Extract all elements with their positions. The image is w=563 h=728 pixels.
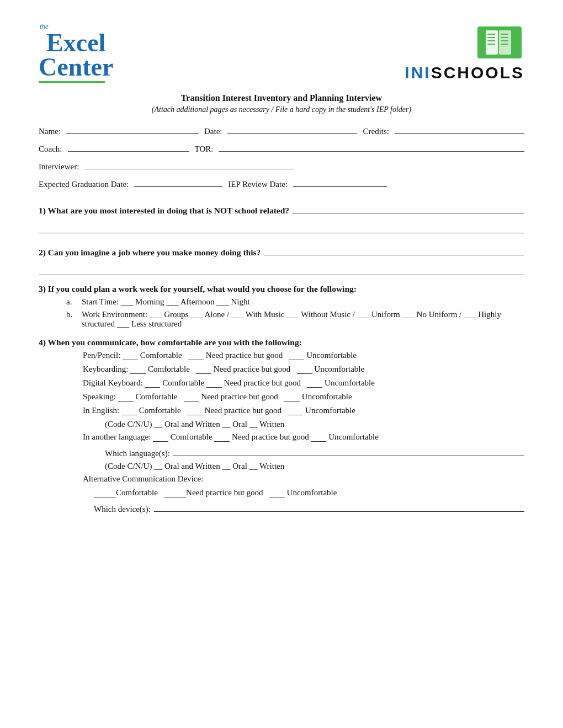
english-blank[interactable] bbox=[121, 406, 137, 415]
date-label: Date: bbox=[204, 127, 222, 136]
ini-schools-icon bbox=[475, 24, 524, 62]
digital-blank[interactable] bbox=[145, 379, 160, 388]
comfort-row-english: In English: Comfortable Need practice bu… bbox=[39, 406, 524, 415]
comfort-row-keyboard: Keyboarding: Comfortable Need practice b… bbox=[39, 365, 524, 374]
svg-rect-3 bbox=[487, 34, 495, 35]
q1-answer-line2[interactable] bbox=[39, 221, 524, 233]
alt-device-options-row: Comfortable Need practice but good Uncom… bbox=[39, 488, 524, 497]
another-lang-label: In another language: Comfortable Need pr… bbox=[83, 432, 379, 442]
q3a-content: Start Time: ___ Morning ___ Afternoon __… bbox=[82, 297, 524, 307]
svg-rect-4 bbox=[487, 37, 495, 38]
grad-label: Expected Graduation Date: bbox=[39, 180, 129, 189]
digital-label: Digital Keyboard: Comfortable Need pract… bbox=[83, 378, 375, 388]
credits-field[interactable] bbox=[395, 124, 524, 134]
keyboard-blank[interactable] bbox=[130, 365, 146, 374]
another-lang-blank2[interactable] bbox=[214, 433, 230, 442]
svg-rect-5 bbox=[487, 40, 495, 41]
another-lang-sub-row: (Code C/N/U) __ Oral and Written __ Oral… bbox=[39, 462, 524, 471]
q3b-content: Work Environment: ___ Groups ___ Alone /… bbox=[82, 310, 524, 329]
q1-text: 1) What are you most interested in doing… bbox=[39, 206, 289, 216]
keyboard-label: Keyboarding: Comfortable Need practice b… bbox=[83, 365, 364, 374]
q1-container: 1) What are you most interested in doing… bbox=[39, 197, 524, 233]
comfort-row-digital: Digital Keyboard: Comfortable Need pract… bbox=[39, 378, 524, 388]
excel-main: Excel bbox=[46, 31, 105, 55]
ini-schools-logo: INISCHOOLS bbox=[405, 24, 524, 82]
which-lang-field[interactable] bbox=[173, 446, 524, 456]
alt-device-options: Comfortable Need practice but good Uncom… bbox=[94, 488, 337, 497]
comfort-row-speaking: Speaking: Comfortable Need practice but … bbox=[39, 392, 524, 402]
svg-rect-9 bbox=[501, 40, 508, 41]
svg-rect-7 bbox=[501, 34, 508, 35]
q2-text: 2) Can you imagine a job where you make … bbox=[39, 248, 261, 258]
name-field[interactable] bbox=[66, 124, 199, 134]
q3b-row: b. Work Environment: ___ Groups ___ Alon… bbox=[39, 310, 524, 329]
q4-text: 4) When you communicate, how comfortable… bbox=[39, 338, 524, 347]
another-lang-blank[interactable] bbox=[153, 433, 168, 442]
speaking-label: Speaking: Comfortable Need practice but … bbox=[83, 392, 352, 402]
q3a-row: a. Start Time: ___ Morning ___ Afternoon… bbox=[39, 297, 524, 307]
svg-rect-6 bbox=[487, 44, 495, 45]
grad-iep-row: Expected Graduation Date: IEP Review Dat… bbox=[39, 177, 524, 189]
another-lang-blank3[interactable] bbox=[311, 433, 326, 442]
english-blank3[interactable] bbox=[288, 406, 303, 415]
comfort-row-another-lang: In another language: Comfortable Need pr… bbox=[39, 432, 524, 442]
coach-tor-row: Coach: TOR: bbox=[39, 142, 524, 154]
q3-container: 3) If you could plan a work week for you… bbox=[39, 284, 524, 329]
speaking-blank2[interactable] bbox=[184, 393, 199, 402]
alt-device-label: Alternative Communication Device: bbox=[83, 474, 203, 484]
interviewer-label: Interviewer: bbox=[39, 162, 79, 172]
speaking-blank3[interactable] bbox=[284, 393, 300, 402]
credits-label: Credits: bbox=[363, 127, 389, 136]
pen-label: Pen/Pencil: Comfortable Need practice bu… bbox=[83, 351, 357, 360]
q1-answer[interactable] bbox=[293, 202, 524, 213]
q3b-label: b. bbox=[66, 310, 82, 319]
coach-field[interactable] bbox=[68, 142, 189, 152]
alt-blank[interactable] bbox=[94, 489, 116, 497]
iep-field[interactable] bbox=[293, 177, 387, 187]
q2-answer[interactable] bbox=[264, 244, 524, 255]
name-label: Name: bbox=[39, 127, 61, 136]
excel-center: Center bbox=[39, 55, 113, 79]
date-field[interactable] bbox=[227, 124, 357, 134]
q3a-label: a. bbox=[66, 297, 82, 307]
tor-field[interactable] bbox=[219, 142, 524, 152]
alt-blank2[interactable] bbox=[164, 489, 186, 497]
iep-label: IEP Review Date: bbox=[228, 180, 288, 189]
keyboard-blank3[interactable] bbox=[297, 365, 312, 374]
header: the Excel Center bbox=[39, 22, 524, 83]
tor-label: TOR: bbox=[195, 144, 214, 154]
q4-container: 4) When you communicate, how comfortable… bbox=[39, 338, 524, 514]
alt-device-label-row: Alternative Communication Device: bbox=[39, 474, 524, 484]
which-device-row: Which device(s): bbox=[39, 502, 524, 514]
which-device-field[interactable] bbox=[154, 502, 524, 512]
alt-blank3[interactable] bbox=[269, 489, 285, 497]
english-blank2[interactable] bbox=[187, 406, 203, 415]
english-sub-row: (Code C/N/U) __ Oral and Written __ Oral… bbox=[39, 420, 524, 429]
q3-text: 3) If you could plan a work week for you… bbox=[39, 284, 524, 294]
ini-bars bbox=[405, 24, 524, 62]
pen-blank3[interactable] bbox=[289, 351, 304, 360]
svg-rect-8 bbox=[501, 37, 508, 38]
speaking-blank[interactable] bbox=[118, 393, 134, 402]
ini-schools-text: INISCHOOLS bbox=[405, 63, 524, 82]
doc-title: Transition Interest Inventory and Planni… bbox=[39, 93, 524, 103]
pen-blank[interactable] bbox=[123, 351, 138, 360]
pen-blank2[interactable] bbox=[188, 351, 204, 360]
grad-field[interactable] bbox=[134, 177, 222, 187]
digital-blank2[interactable] bbox=[206, 379, 222, 388]
interviewer-row: Interviewer: bbox=[39, 159, 524, 172]
keyboard-blank2[interactable] bbox=[196, 365, 211, 374]
comfort-row-pen: Pen/Pencil: Comfortable Need practice bu… bbox=[39, 351, 524, 360]
english-label: In English: Comfortable Need practice bu… bbox=[83, 406, 355, 415]
excel-center-logo: the Excel Center bbox=[39, 22, 113, 83]
doc-subtitle: (Attach additional pages as necessary / … bbox=[39, 105, 524, 114]
name-date-credits-row: Name: Date: Credits: bbox=[39, 124, 524, 136]
which-lang-label: Which language(s): bbox=[105, 449, 170, 458]
digital-blank3[interactable] bbox=[307, 379, 322, 388]
which-device-label: Which device(s): bbox=[94, 505, 151, 514]
q2-answer-line2[interactable] bbox=[39, 263, 524, 275]
coach-label: Coach: bbox=[39, 144, 62, 154]
which-language-row: Which language(s): bbox=[39, 446, 524, 458]
svg-rect-10 bbox=[501, 44, 508, 45]
interviewer-field[interactable] bbox=[84, 159, 294, 169]
